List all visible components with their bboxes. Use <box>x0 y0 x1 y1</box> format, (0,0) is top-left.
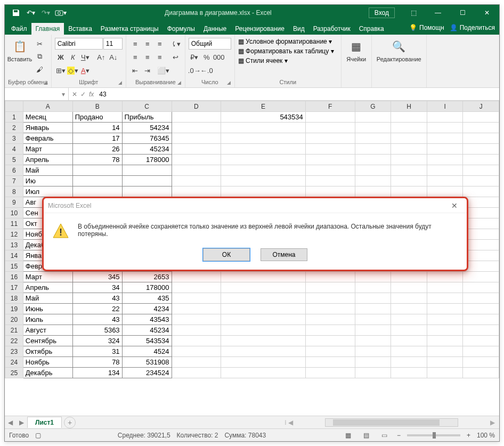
cell-I23[interactable] <box>427 346 463 357</box>
orientation-icon[interactable]: ⤹▾ <box>170 38 182 50</box>
cell-G19[interactable] <box>355 304 391 314</box>
cell-E25[interactable] <box>221 368 305 378</box>
align-bottom-icon[interactable]: ≡ <box>154 38 166 50</box>
cell-I22[interactable] <box>427 336 463 346</box>
cell-G1[interactable] <box>355 112 391 123</box>
add-sheet-icon[interactable]: + <box>64 417 76 428</box>
cell-B6[interactable] <box>72 165 122 176</box>
cell-I24[interactable] <box>427 357 463 368</box>
cell-F17[interactable] <box>305 282 355 293</box>
cell-B23[interactable]: 31 <box>72 346 122 357</box>
cell-J16[interactable] <box>463 272 499 282</box>
tab-view[interactable]: Вид <box>289 23 309 35</box>
cell-A19[interactable]: Июнь <box>23 304 72 314</box>
cell-B22[interactable]: 324 <box>72 336 122 346</box>
cell-H6[interactable] <box>391 165 427 176</box>
cell-H3[interactable] <box>391 133 427 144</box>
cell-E22[interactable] <box>221 336 305 346</box>
cell-C6[interactable] <box>122 165 172 176</box>
row-header-15[interactable]: 15 <box>5 261 23 272</box>
cell-F2[interactable] <box>305 123 355 133</box>
cell-B3[interactable]: 17 <box>72 133 122 144</box>
row-header-18[interactable]: 18 <box>5 293 23 304</box>
cell-B1[interactable]: Продано <box>72 112 122 123</box>
cell-F24[interactable] <box>305 357 355 368</box>
row-header-4[interactable]: 4 <box>5 144 23 155</box>
cell-I1[interactable] <box>427 112 463 123</box>
cell-A18[interactable]: Май <box>23 293 72 304</box>
cell-J10[interactable] <box>463 208 499 218</box>
cell-J1[interactable] <box>463 112 499 123</box>
cell-G5[interactable] <box>355 155 391 165</box>
currency-icon[interactable]: ₽▾ <box>189 51 200 63</box>
column-header-C[interactable]: C <box>122 101 172 112</box>
cell-J3[interactable] <box>463 133 499 144</box>
cell-B17[interactable]: 34 <box>72 282 122 293</box>
cell-E21[interactable] <box>221 325 305 336</box>
cell-I3[interactable] <box>427 133 463 144</box>
percent-icon[interactable]: % <box>201 51 213 63</box>
cell-J9[interactable] <box>463 197 499 208</box>
row-header-17[interactable]: 17 <box>5 282 23 293</box>
tab-formulas[interactable]: Формулы <box>163 23 199 35</box>
cell-C19[interactable]: 4234 <box>122 304 172 314</box>
cell-J12[interactable] <box>463 229 499 240</box>
cell-C18[interactable]: 435 <box>122 293 172 304</box>
cell-E24[interactable] <box>221 357 305 368</box>
merge-icon[interactable]: ⬜▾ <box>158 64 169 76</box>
align-right-icon[interactable]: ≡ <box>154 51 166 63</box>
cell-J6[interactable] <box>463 165 499 176</box>
cell-J25[interactable] <box>463 368 499 378</box>
column-header-B[interactable]: B <box>72 101 122 112</box>
cancel-button[interactable]: Отмена <box>261 248 307 261</box>
cell-C25[interactable]: 234524 <box>122 368 172 378</box>
tell-me[interactable]: 💡 Помощн <box>409 24 444 31</box>
undo-icon[interactable]: ↶▾ <box>24 6 38 20</box>
cell-F1[interactable] <box>305 112 355 123</box>
horizontal-scrollbar[interactable] <box>325 418 458 427</box>
row-header-1[interactable]: 1 <box>5 112 23 123</box>
cell-A8[interactable]: Июл <box>23 186 72 197</box>
cell-H20[interactable] <box>391 314 427 325</box>
cell-F23[interactable] <box>305 346 355 357</box>
cell-B2[interactable]: 14 <box>72 123 122 133</box>
tab-review[interactable]: Рецензирование <box>231 23 289 35</box>
cell-C21[interactable]: 45234 <box>122 325 172 336</box>
cell-B18[interactable]: 43 <box>72 293 122 304</box>
cell-F18[interactable] <box>305 293 355 304</box>
cell-B24[interactable]: 78 <box>72 357 122 368</box>
paste-button[interactable]: 📋 Вставить <box>8 38 31 62</box>
cell-G17[interactable] <box>355 282 391 293</box>
row-header-19[interactable]: 19 <box>5 304 23 314</box>
column-header-F[interactable]: F <box>305 101 355 112</box>
cell-H21[interactable] <box>391 325 427 336</box>
italic-icon[interactable]: К <box>67 51 79 63</box>
confirm-edit-icon[interactable]: ✓ <box>80 91 86 98</box>
cell-A23[interactable]: Октябрь <box>23 346 72 357</box>
cell-E23[interactable] <box>221 346 305 357</box>
cell-H24[interactable] <box>391 357 427 368</box>
cut-icon[interactable]: ✂ <box>34 38 45 50</box>
cell-F7[interactable] <box>305 176 355 186</box>
cell-I16[interactable] <box>427 272 463 282</box>
cell-I4[interactable] <box>427 144 463 155</box>
row-header-6[interactable]: 6 <box>5 165 23 176</box>
indent-increase-icon[interactable]: ⇥ <box>142 64 153 76</box>
column-header-D[interactable]: D <box>172 101 221 112</box>
dialog-close-icon[interactable]: ✕ <box>446 201 462 210</box>
cell-B19[interactable]: 22 <box>72 304 122 314</box>
cell-J23[interactable] <box>463 346 499 357</box>
align-left-icon[interactable]: ≡ <box>129 51 141 63</box>
save-icon[interactable] <box>9 6 23 20</box>
cell-H4[interactable] <box>391 144 427 155</box>
cell-G20[interactable] <box>355 314 391 325</box>
cell-D21[interactable] <box>172 325 221 336</box>
cell-D8[interactable] <box>172 186 221 197</box>
cell-I8[interactable] <box>427 186 463 197</box>
cell-E8[interactable] <box>221 186 305 197</box>
cell-H5[interactable] <box>391 155 427 165</box>
tab-file[interactable]: Файл <box>7 23 31 35</box>
cell-C22[interactable]: 543534 <box>122 336 172 346</box>
cell-J20[interactable] <box>463 314 499 325</box>
cell-C5[interactable]: 178000 <box>122 155 172 165</box>
